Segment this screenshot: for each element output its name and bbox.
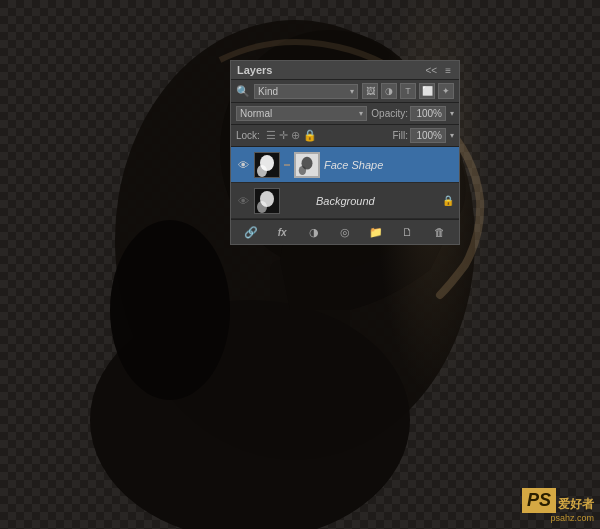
new-group-button[interactable]: 📁 (367, 224, 385, 240)
watermark-url: psahz.com (522, 513, 594, 523)
blend-row: Normal ▾ Opacity: 100% ▾ (231, 103, 459, 125)
lock-all-icon[interactable]: 🔒 (303, 129, 317, 142)
mask-icon (296, 153, 318, 177)
svg-point-8 (257, 165, 267, 177)
lock-pixels-icon[interactable]: ☰ (266, 129, 276, 142)
watermark-site: 爱好者 (558, 496, 594, 513)
bottom-toolbar: 🔗 fx ◑ ◎ 📁 🗋 🗑 (231, 219, 459, 244)
layer-row-background[interactable]: 👁 Background 🔒 (231, 183, 459, 219)
filter-image-icon[interactable]: 🖼 (362, 83, 378, 99)
opacity-arrow: ▾ (450, 109, 454, 118)
fx-button[interactable]: fx (273, 224, 291, 240)
thumb-shape-icon (255, 153, 279, 177)
panel-controls: << ≡ (423, 65, 453, 76)
kind-dropdown[interactable]: Kind ▾ (254, 84, 358, 99)
layer-name-background: Background (316, 195, 438, 207)
filter-icons: 🖼 ◑ T ⬜ ✦ (362, 83, 454, 99)
panel-collapse-button[interactable]: << (423, 65, 439, 76)
layer-thumbnail-background (254, 188, 280, 214)
filter-smart-icon[interactable]: ✦ (438, 83, 454, 99)
layer-name-face-shape: Face Shape (324, 159, 454, 171)
new-layer-button[interactable]: 🗋 (399, 224, 417, 240)
svg-point-13 (257, 201, 267, 213)
blend-mode-arrow: ▾ (359, 109, 363, 118)
panel-menu-button[interactable]: ≡ (443, 65, 453, 76)
watermark: PS 爱好者 psahz.com (522, 488, 594, 523)
new-fill-button[interactable]: ◎ (336, 224, 354, 240)
kind-dropdown-label: Kind (258, 86, 278, 97)
opacity-label: Opacity: (371, 108, 408, 119)
thumb-bg-icon (255, 189, 279, 213)
lock-artboard-icon[interactable]: ⊕ (291, 129, 300, 142)
panel-header: Layers << ≡ (231, 61, 459, 80)
svg-point-11 (299, 165, 306, 174)
filter-text-icon[interactable]: T (400, 83, 416, 99)
layers-list: 👁 Face Shape 👁 (231, 147, 459, 219)
fill-value[interactable]: 100% (410, 128, 446, 143)
panel-title: Layers (237, 64, 272, 76)
layer-mask-face-shape (294, 152, 320, 178)
layer-visibility-background[interactable]: 👁 (236, 194, 250, 208)
layer-thumbnail-face-shape (254, 152, 280, 178)
fill-control: Fill: 100% ▾ (392, 128, 454, 143)
blend-mode-dropdown[interactable]: Normal ▾ (236, 106, 367, 121)
add-mask-button[interactable]: ◑ (305, 224, 323, 240)
kind-dropdown-arrow: ▾ (350, 87, 354, 96)
lock-position-icon[interactable]: ✛ (279, 129, 288, 142)
fill-label: Fill: (392, 130, 408, 141)
opacity-value[interactable]: 100% (410, 106, 446, 121)
search-icon: 🔍 (236, 85, 250, 98)
watermark-ps: PS (522, 488, 556, 513)
lock-row: Lock: ☰ ✛ ⊕ 🔒 Fill: 100% ▾ (231, 125, 459, 147)
layer-lock-background: 🔒 (442, 195, 454, 206)
filter-row: 🔍 Kind ▾ 🖼 ◑ T ⬜ ✦ (231, 80, 459, 103)
layer-row-face-shape[interactable]: 👁 Face Shape (231, 147, 459, 183)
delete-layer-button[interactable]: 🗑 (430, 224, 448, 240)
filter-adjustment-icon[interactable]: ◑ (381, 83, 397, 99)
filter-shape-icon[interactable]: ⬜ (419, 83, 435, 99)
blend-mode-label: Normal (240, 108, 272, 119)
layer-visibility-face-shape[interactable]: 👁 (236, 158, 250, 172)
link-layers-button[interactable]: 🔗 (242, 224, 260, 240)
fill-arrow: ▾ (450, 131, 454, 140)
lock-icons: ☰ ✛ ⊕ 🔒 (266, 129, 317, 142)
svg-point-5 (110, 220, 230, 400)
lock-label: Lock: (236, 130, 260, 141)
layers-panel: Layers << ≡ 🔍 Kind ▾ 🖼 ◑ T ⬜ ✦ Normal ▾ … (230, 60, 460, 245)
thumb-link (284, 164, 290, 166)
opacity-control: Opacity: 100% ▾ (371, 106, 454, 121)
